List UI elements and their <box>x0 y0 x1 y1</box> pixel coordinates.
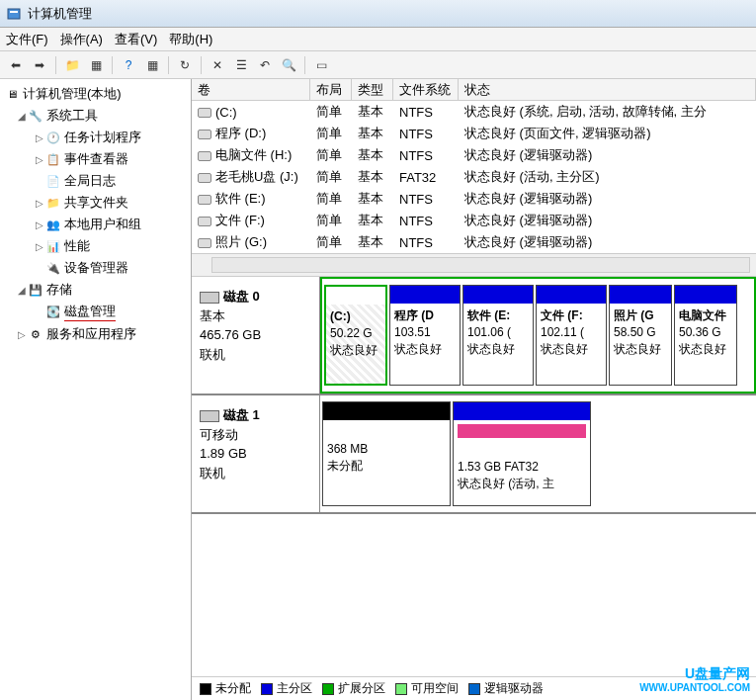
undo-button[interactable]: ↶ <box>255 55 275 75</box>
partition[interactable]: 电脑文件50.36 G状态良好 <box>674 285 737 386</box>
up-button[interactable]: 📁 <box>62 55 82 75</box>
tree-systools[interactable]: ◢🔧系统工具 <box>2 105 189 127</box>
tree-shared[interactable]: ▷📁共享文件夹 <box>2 192 189 214</box>
disk-1-info[interactable]: 磁盘 1 可移动 1.89 GB 联机 <box>192 395 320 512</box>
volume-row[interactable]: 老毛桃U盘 (J:)简单基本FAT32状态良好 (活动, 主分区) <box>192 166 756 188</box>
menu-file[interactable]: 文件(F) <box>6 31 48 48</box>
props-button[interactable]: ▦ <box>86 55 106 75</box>
tree-eventvwr[interactable]: ▷📋事件查看器 <box>2 148 189 170</box>
legend-primary: 主分区 <box>261 680 312 697</box>
more-button[interactable]: ▭ <box>311 55 331 75</box>
separator <box>201 56 202 74</box>
partition[interactable]: 软件 (E:101.06 (状态良好 <box>462 285 534 386</box>
app-icon <box>6 6 22 22</box>
partition[interactable]: 文件 (F:102.11 (状态良好 <box>536 285 607 386</box>
disk-1-row: 磁盘 1 可移动 1.89 GB 联机 368 MB未分配1.53 GB FAT… <box>192 395 756 514</box>
disk-map: 磁盘 0 基本 465.76 GB 联机 (C:)50.22 G状态良好程序 (… <box>192 277 756 676</box>
legend-extended: 扩展分区 <box>322 680 385 697</box>
search-button[interactable]: 🔍 <box>279 55 298 75</box>
partition[interactable]: (C:)50.22 G状态良好 <box>324 285 387 386</box>
menu-view[interactable]: 查看(V) <box>115 31 157 48</box>
tree-devmgr[interactable]: 🔌设备管理器 <box>2 257 189 279</box>
legend-free: 可用空间 <box>395 680 459 697</box>
volume-row[interactable]: 软件 (E:)简单基本NTFS状态良好 (逻辑驱动器) <box>192 188 756 210</box>
menu-help[interactable]: 帮助(H) <box>169 31 212 48</box>
help-button[interactable]: ? <box>119 55 138 75</box>
nav-tree: 🖥计算机管理(本地) ◢🔧系统工具 ▷🕐任务计划程序 ▷📋事件查看器 📄全局日志… <box>0 79 192 700</box>
volume-list: 卷 布局 类型 文件系统 状态 (C:)简单基本NTFS状态良好 (系统, 启动… <box>192 79 756 253</box>
tree-perf[interactable]: ▷📊性能 <box>2 235 189 257</box>
legend-logical: 逻辑驱动器 <box>468 680 544 697</box>
delete-button[interactable]: ✕ <box>208 55 227 75</box>
window-title: 计算机管理 <box>28 5 92 23</box>
legend-unalloc: 未分配 <box>200 680 251 697</box>
title-bar: 计算机管理 <box>0 0 756 28</box>
volume-row[interactable]: 程序 (D:)简单基本NTFS状态良好 (页面文件, 逻辑驱动器) <box>192 123 756 144</box>
volume-row[interactable]: (C:)简单基本NTFS状态良好 (系统, 启动, 活动, 故障转储, 主分 <box>192 101 756 123</box>
volume-row[interactable]: 照片 (G:)简单基本NTFS状态良好 (逻辑驱动器) <box>192 231 756 253</box>
menu-action[interactable]: 操作(A) <box>60 31 103 48</box>
col-type[interactable]: 类型 <box>352 79 393 100</box>
tree-localusers[interactable]: ▷👥本地用户和组 <box>2 214 189 235</box>
separator <box>55 56 56 74</box>
scrollbar[interactable] <box>211 257 750 273</box>
partition[interactable]: 程序 (D103.51状态良好 <box>389 285 461 386</box>
back-button[interactable]: ⬅ <box>6 55 26 75</box>
separator <box>168 56 169 74</box>
col-status[interactable]: 状态 <box>459 79 756 100</box>
refresh-button[interactable]: ↻ <box>175 55 195 75</box>
col-fs[interactable]: 文件系统 <box>393 79 459 100</box>
disk-0-info[interactable]: 磁盘 0 基本 465.76 GB 联机 <box>192 277 320 394</box>
disk-icon <box>200 410 219 422</box>
forward-button[interactable]: ➡ <box>30 55 49 75</box>
col-layout[interactable]: 布局 <box>310 79 352 100</box>
settings-button[interactable]: ☰ <box>231 55 251 75</box>
tree-tasksched[interactable]: ▷🕐任务计划程序 <box>2 127 189 148</box>
menu-bar: 文件(F) 操作(A) 查看(V) 帮助(H) <box>0 28 756 51</box>
volume-row[interactable]: 文件 (F:)简单基本NTFS状态良好 (逻辑驱动器) <box>192 210 756 231</box>
col-volume[interactable]: 卷 <box>192 79 310 100</box>
disk-icon <box>200 292 219 304</box>
splitter[interactable] <box>192 253 756 277</box>
volume-row[interactable]: 电脑文件 (H:)简单基本NTFS状态良好 (逻辑驱动器) <box>192 144 756 166</box>
svg-rect-0 <box>8 9 20 19</box>
partition[interactable]: 照片 (G58.50 G状态良好 <box>609 285 672 386</box>
tree-diskmgmt[interactable]: 💽磁盘管理 <box>2 301 189 323</box>
disk-0-row: 磁盘 0 基本 465.76 GB 联机 (C:)50.22 G状态良好程序 (… <box>192 277 756 395</box>
separator <box>304 56 305 74</box>
view-button[interactable]: ▦ <box>142 55 162 75</box>
separator <box>112 56 113 74</box>
volume-header: 卷 布局 类型 文件系统 状态 <box>192 79 756 101</box>
partition[interactable]: 1.53 GB FAT32状态良好 (活动, 主 <box>453 401 591 506</box>
toolbar: ⬅ ➡ 📁 ▦ ? ▦ ↻ ✕ ☰ ↶ 🔍 ▭ <box>0 51 756 79</box>
partition[interactable]: 368 MB未分配 <box>322 401 451 506</box>
watermark: U盘量产网 WWW.UPANTOOL.COM <box>639 665 750 694</box>
svg-rect-1 <box>10 11 18 13</box>
content-pane: 卷 布局 类型 文件系统 状态 (C:)简单基本NTFS状态良好 (系统, 启动… <box>192 79 756 700</box>
tree-services[interactable]: ▷⚙服务和应用程序 <box>2 323 189 345</box>
tree-globallog[interactable]: 📄全局日志 <box>2 170 189 192</box>
tree-root[interactable]: 🖥计算机管理(本地) <box>2 83 189 105</box>
tree-storage[interactable]: ◢💾存储 <box>2 279 189 301</box>
